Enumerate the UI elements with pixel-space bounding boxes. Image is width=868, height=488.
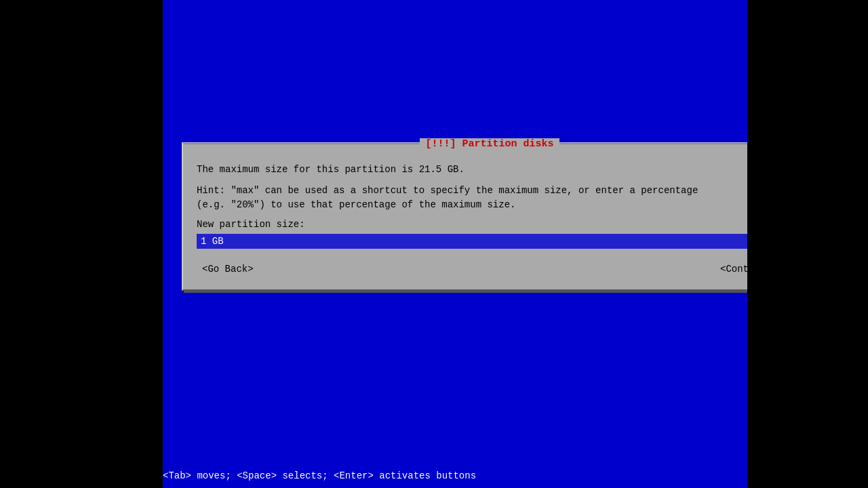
description-text: The maximum size for this partition is 2… xyxy=(197,163,783,212)
partition-size-label: New partition size: xyxy=(197,219,783,230)
dialog-titlebar: [!!!] Partition disks xyxy=(183,137,796,150)
dialog-content: The maximum size for this partition is 2… xyxy=(183,150,796,289)
partition-size-input[interactable]: 1 GB xyxy=(197,234,783,249)
dialog-buttons: <Go Back> <Continue> xyxy=(197,262,783,276)
go-back-button[interactable]: <Go Back> xyxy=(199,262,256,276)
description-line1: The maximum size for this partition is 2… xyxy=(197,163,783,177)
description-line2-3: Hint: "max" can be used as a shortcut to… xyxy=(197,184,783,212)
status-bar: <Tab> moves; <Space> selects; <Enter> ac… xyxy=(163,470,747,481)
dialog-title: [!!!] Partition disks xyxy=(420,138,559,150)
continue-button[interactable]: <Continue> xyxy=(717,262,780,276)
dialog: [!!!] Partition disks The maximum size f… xyxy=(182,142,797,291)
